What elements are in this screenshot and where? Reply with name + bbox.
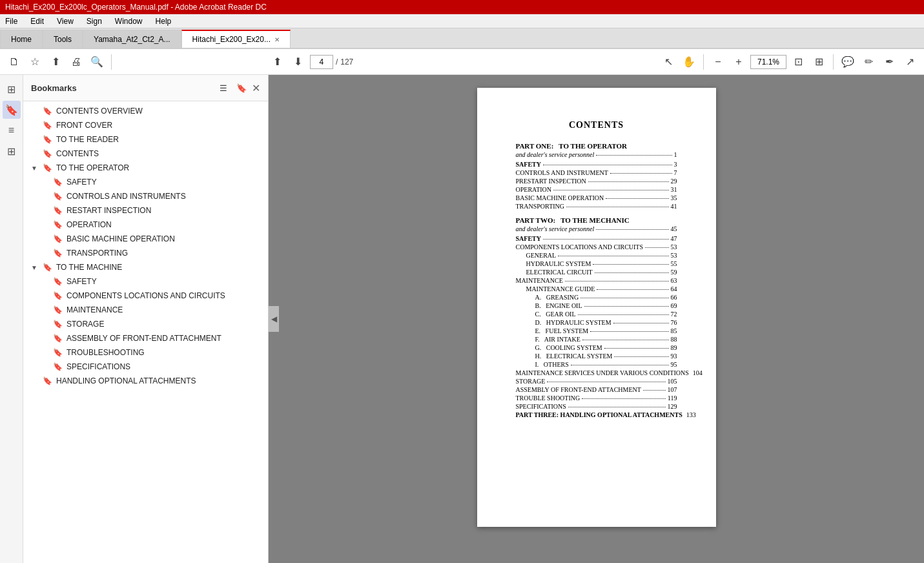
toc-general: GENERAL 53 (526, 252, 677, 259)
toc-electrical-system: H. ELECTRICAL SYSTEM 93 (535, 353, 677, 360)
print-btn[interactable]: 🖨 (67, 53, 85, 71)
tab-home[interactable]: Home (0, 30, 43, 48)
part-one-sub: and dealer's service personnel 1 (516, 151, 677, 158)
bookmark-icon-8: 🔖 (53, 220, 63, 229)
page-number-input[interactable]: 4 (310, 55, 333, 69)
bookmark-safety-1[interactable]: 🔖 SAFETY (23, 175, 268, 189)
view-btn[interactable]: ⊞ (810, 53, 828, 71)
bookmark-icon-13: 🔖 (53, 291, 63, 300)
next-page-btn[interactable]: ⬇ (289, 53, 307, 71)
zoom-input[interactable]: 71.1% (750, 55, 786, 69)
tab-home-label: Home (11, 35, 32, 44)
menu-view[interactable]: View (54, 15, 76, 27)
zoom-out-btn[interactable]: − (709, 53, 727, 71)
bookmark-troubleshooting[interactable]: 🔖 TROUBLESHOOTING (23, 345, 268, 360)
sidebar-icon-tools2[interactable]: ⊞ (3, 142, 21, 160)
sidebar-icon-bookmarks[interactable]: 🔖 (3, 101, 21, 119)
bookmark-to-reader[interactable]: 🔖 TO THE READER (23, 132, 268, 147)
bookmark-transporting[interactable]: 🔖 TRANSPORTING (23, 246, 268, 260)
bookmark-label-1: FRONT COVER (56, 121, 112, 130)
menu-edit[interactable]: Edit (28, 15, 46, 27)
bookmark-icon-5: 🔖 (53, 178, 63, 187)
main-area: ⊞ 🔖 ≡ ⊞ Bookmarks ☰ 🔖 ✕ 🔖 CONTENTS OVERV… (0, 75, 924, 563)
bookmarks-header: Bookmarks ☰ 🔖 ✕ (23, 75, 268, 101)
bookmarks-title: Bookmarks (31, 83, 77, 93)
toc-fuel-system: E. FUEL SYSTEM 85 (535, 327, 677, 334)
bookmarks-add-btn[interactable]: 🔖 (234, 80, 249, 96)
bookmark-components-locations[interactable]: 🔖 COMPONENTS LOCATIONS AND CIRCUITS (23, 289, 268, 303)
bookmark-to-machine[interactable]: ▼ 🔖 TO THE MACHINE (23, 260, 268, 274)
bookmark-storage[interactable]: 🔖 STORAGE (23, 317, 268, 331)
bookmark-basic-machine-op[interactable]: 🔖 BASIC MACHINE OPERATION (23, 232, 268, 246)
tab-tools[interactable]: Tools (43, 30, 83, 48)
prev-page-btn[interactable]: ⬆ (269, 53, 287, 71)
bookmarks-close-btn[interactable]: ✕ (252, 82, 260, 94)
bookmark-icon-17: 🔖 (53, 348, 63, 357)
sidebar-icon-pages[interactable]: ⊞ (3, 80, 21, 98)
tab-hitachi-close[interactable]: ✕ (274, 36, 280, 43)
new-button[interactable]: 🗋 (5, 53, 23, 71)
bookmark-operation[interactable]: 🔖 OPERATION (23, 218, 268, 232)
title-bar: Hitachi_Ex200_Ex200lc_Operators_Manual.p… (0, 0, 924, 14)
bookmark-handling-optional[interactable]: 🔖 HANDLING OPTIONAL ATTACHMENTS (23, 374, 268, 388)
bookmark-to-operator[interactable]: ▼ 🔖 TO THE OPERATOR (23, 161, 268, 175)
bookmarks-list: 🔖 CONTENTS OVERVIEW 🔖 FRONT COVER 🔖 TO T… (23, 101, 268, 563)
toc-storage: STORAGE 105 (516, 378, 677, 385)
toc-maintenance: MAINTENANCE 63 (516, 277, 677, 284)
bookmark-specifications[interactable]: 🔖 SPECIFICATIONS (23, 360, 268, 374)
bookmark-icon-10: 🔖 (53, 249, 63, 258)
menu-help[interactable]: Help (153, 15, 174, 27)
toc-engine-oil: B. ENGINE OIL 69 (535, 302, 677, 309)
bookmark-maintenance[interactable]: 🔖 MAINTENANCE (23, 303, 268, 317)
tab-yamaha[interactable]: Yamaha_At2_Ct2_A... (83, 30, 181, 48)
tab-tools-label: Tools (54, 35, 72, 44)
pen-btn[interactable]: ✏ (859, 53, 878, 71)
bookmark-icon-6: 🔖 (53, 192, 63, 201)
fit-btn[interactable]: ⊡ (789, 53, 807, 71)
menu-sign[interactable]: Sign (84, 15, 105, 27)
bookmark-label-15: STORAGE (67, 320, 104, 329)
bookmark-assembly-front-end[interactable]: 🔖 ASSEMBLY OF FRONT-END ATTACHMENT (23, 331, 268, 345)
sign-btn[interactable]: ✒ (880, 53, 898, 71)
pdf-area[interactable]: ◀ CONTENTS PART ONE: TO THE OPERATOR and… (269, 75, 924, 563)
pdf-collapse-btn[interactable]: ◀ (269, 306, 279, 332)
sidebar-icon-layers[interactable]: ≡ (3, 121, 21, 139)
tab-hitachi[interactable]: Hitachi_Ex200_Ex20... ✕ (181, 30, 291, 48)
bookmarks-menu-btn[interactable]: ☰ (216, 80, 231, 96)
toc-hydraulic-system-2: D. HYDRAULIC SYSTEM 76 (535, 319, 677, 326)
bookmark-safety-2[interactable]: 🔖 SAFETY (23, 274, 268, 289)
bookmark-label-14: MAINTENANCE (67, 305, 123, 314)
upload-btn[interactable]: ⬆ (46, 53, 65, 71)
bookmark-contents-overview[interactable]: 🔖 CONTENTS OVERVIEW (23, 104, 268, 118)
bookmark-icon-15: 🔖 (53, 320, 63, 329)
bookmark-controls-instruments[interactable]: 🔖 CONTROLS AND INSTRUMENTS (23, 189, 268, 203)
bookmark-icon-3: 🔖 (43, 149, 52, 158)
toc-components: COMPONENTS LOCATIONS AND CIRCUITS 53 (516, 243, 677, 251)
bookmark-toolbar-btn[interactable]: ☆ (26, 53, 44, 71)
toc-operation-1: OPERATION 31 (516, 186, 677, 193)
cursor-btn[interactable]: ↖ (659, 53, 677, 71)
toc-maintenance-guide: MAINTENANCE GUIDE 64 (526, 285, 677, 292)
toc-electrical-circuit: ELECTRICAL CIRCUIT 59 (526, 269, 677, 276)
toc-part-three: PART THREE: HANDLING OPTIONAL ATTACHMENT… (516, 411, 677, 418)
bookmark-restart-inspection[interactable]: 🔖 RESTART INSPECTION (23, 203, 268, 218)
bookmark-label-12: SAFETY (67, 277, 97, 286)
menu-window[interactable]: Window (112, 15, 145, 27)
bookmark-contents[interactable]: 🔖 CONTENTS (23, 147, 268, 161)
bookmark-front-cover[interactable]: 🔖 FRONT COVER (23, 118, 268, 132)
menu-file[interactable]: File (3, 15, 20, 27)
bookmark-label-6: CONTROLS AND INSTRUMENTS (67, 192, 186, 201)
toc-cooling-system: G. COOLING SYSTEM 89 (535, 344, 677, 351)
toc-hydraulic-sys: HYDRAULIC SYSTEM 55 (526, 260, 677, 267)
bookmark-label-8: OPERATION (67, 220, 112, 229)
bookmark-label-17: TROUBLESHOOTING (67, 348, 145, 357)
search-btn[interactable]: 🔍 (88, 53, 106, 71)
toolbar-sep3 (833, 54, 834, 70)
hand-btn[interactable]: ✋ (680, 53, 698, 71)
bookmark-icon-4: 🔖 (43, 163, 52, 172)
toolbar-sep2 (703, 54, 704, 70)
zoom-in-btn[interactable]: + (730, 53, 748, 71)
comment-btn[interactable]: 💬 (839, 53, 857, 71)
tab-bar: Home Tools Yamaha_At2_Ct2_A... Hitachi_E… (0, 28, 924, 49)
share-btn[interactable]: ↗ (901, 53, 919, 71)
